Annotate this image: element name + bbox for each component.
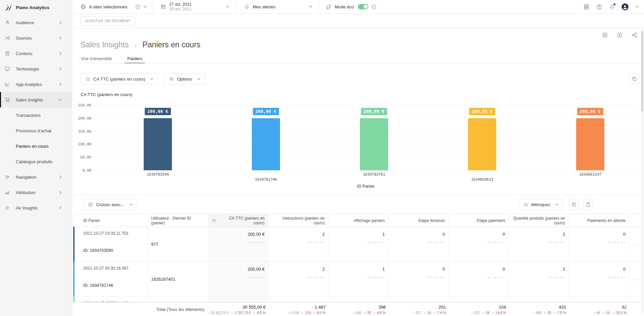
add-segment-button[interactable]: AJOUTER UN SEGMENT [81, 16, 135, 26]
alerts-selector[interactable]: Mes alertes [236, 0, 318, 14]
dash [551, 277, 552, 278]
sidebar-item-app-analytics[interactable]: App Analytics [0, 77, 72, 92]
table-copy-button[interactable] [569, 199, 579, 210]
sidebar-item-label: Navigation [16, 175, 36, 180]
options-dropdown[interactable]: Options [164, 73, 205, 85]
dot [428, 242, 429, 243]
eco-mode-toggle[interactable] [358, 4, 368, 9]
bar-1634850613[interactable] [468, 118, 496, 170]
dash [431, 277, 432, 278]
column-header-paiements-en-attente[interactable]: Paiements en attente [569, 214, 629, 227]
column-header-ca-ttc-paniers-en-cours[interactable]: CA TTC (paniers en cours) [209, 214, 268, 227]
sidebar-item-audience[interactable]: Audience [0, 15, 72, 30]
document-icon [5, 51, 10, 56]
monitor-icon [5, 66, 10, 72]
cell-metric: 1 [328, 227, 388, 262]
column-header-etape-paiement[interactable]: Etape paiement [449, 214, 509, 227]
breadcrumb: Sales Insights › Paniers en cours [81, 40, 200, 49]
dash [431, 242, 432, 243]
column-header-id-panier[interactable]: ID Panier [73, 214, 148, 227]
scrollbar-thumb[interactable] [641, 31, 643, 111]
total-comparison: 466-35-7,5 % [509, 311, 566, 315]
gridline [94, 170, 638, 171]
row-menu-ellipsis[interactable]: ··· [629, 227, 641, 262]
breadcrumb-section[interactable]: Sales Insights [81, 40, 129, 49]
column-header-quantit-produits-paniers-en-cours[interactable]: Quantité produits (paniers en cours) [509, 214, 569, 227]
sidebar-item-processus-d-achat[interactable]: Processus d'achat [0, 123, 72, 138]
person-icon [5, 20, 10, 25]
bar-1634781746[interactable] [252, 118, 280, 170]
masked-compare-placeholder [212, 277, 265, 278]
dash [491, 277, 492, 278]
table-export-button[interactable] [583, 199, 593, 210]
comparison-marker [471, 312, 473, 314]
dot [434, 277, 435, 278]
metrics-dropdown[interactable]: Métriques [518, 199, 563, 210]
sidebar-item-contenu[interactable]: Contenu [0, 46, 72, 61]
help-icon[interactable] [596, 4, 602, 10]
masked-compare-placeholder [512, 242, 565, 243]
sidebar-item-navigation[interactable]: Navigation [0, 169, 72, 185]
table-row[interactable]: 2021-10-27 00:30:16.067ID: 1634781746163… [73, 262, 641, 297]
cell-metric: 2 [268, 262, 328, 297]
bar-1634783761[interactable] [360, 118, 388, 170]
bar-1634703590[interactable] [144, 118, 172, 170]
topbar-right-icons [584, 3, 644, 10]
comparison-marker [374, 312, 375, 314]
bar-1634861597[interactable] [576, 118, 604, 170]
masked-compare-placeholder [332, 277, 385, 278]
sidebar-item-catalogue-produits[interactable]: Catalogue produits [0, 154, 72, 169]
cell-value: 1 [382, 267, 385, 272]
main-content: Sales Insights › Paniers en cours Vue d'… [72, 28, 644, 316]
app-logo[interactable]: Piano Analytics [0, 0, 72, 15]
chart-copy-button[interactable] [629, 73, 639, 84]
tab-vue-densemble[interactable]: Vue d'ensemble [78, 54, 114, 63]
sidebar-item-av-insights[interactable]: AV Insights [0, 200, 72, 216]
total-metric: 3248-16-33,3 % [569, 302, 629, 316]
vertical-scrollbar[interactable] [641, 30, 643, 315]
total-comparison: 122-18-14,8 % [449, 311, 506, 315]
table-row[interactable]: 2021-10-27 03:35:11.753ID: 1634703590977… [73, 227, 641, 262]
column-header-label: ID Panier [83, 218, 100, 223]
y-tick-label: 250,00 [74, 103, 91, 107]
column-header-etape-livraison[interactable]: Etape livraison [388, 214, 449, 227]
comparison-marker [413, 312, 415, 314]
export-document-icon[interactable] [617, 32, 623, 38]
column-header-utilisateur-dernier-id-panier[interactable]: Utilisateur - Dernier ID (panier) [148, 214, 209, 227]
total-metric: 396416-20-4,8 % [328, 302, 388, 316]
column-header-affichage-paniers[interactable]: Affichage paniers [328, 214, 388, 227]
date-range-selector[interactable]: 27 oct. 2021 20 oct. 2021 [153, 0, 235, 14]
notifications-bell-icon[interactable] [609, 4, 614, 9]
cell-metric: 2 [268, 227, 328, 262]
dot [621, 277, 623, 278]
cell-metric: 2 [509, 262, 569, 297]
cell-actions: ··· [629, 262, 641, 297]
total-value: 32 [569, 305, 627, 310]
sidebar-item-transactions[interactable]: Transactions [0, 107, 72, 123]
sidebar-item-sales-insights[interactable]: Sales Insights [0, 92, 72, 107]
metric-selector-dropdown[interactable]: CA TTC (paniers en cours) [81, 73, 158, 85]
masked-compare-placeholder [512, 277, 565, 278]
apps-grid-icon[interactable] [584, 4, 589, 10]
chevron-down-icon[interactable] [636, 6, 639, 8]
chevron-down-icon [226, 6, 229, 8]
info-icon[interactable] [135, 4, 140, 9]
sidebar-item-paniers-en-cours[interactable]: Paniers en cours [0, 138, 72, 154]
info-icon[interactable] [371, 4, 376, 9]
sidebar-item-technologie[interactable]: Technologie [0, 61, 72, 77]
cell-value: 0 [443, 232, 445, 237]
favorite-icon[interactable] [602, 32, 608, 38]
row-menu-ellipsis[interactable]: ··· [629, 262, 641, 297]
sidebar-item-attribution[interactable]: Attribution [0, 185, 72, 200]
share-icon[interactable] [632, 32, 637, 38]
user-avatar[interactable] [622, 3, 629, 10]
column-header-actions [629, 214, 641, 227]
cross-with-dropdown[interactable]: Croiser avec... [83, 199, 137, 210]
column-header-interactions-paniers-en-cours[interactable]: Interactions (paniers en cours) [268, 214, 328, 227]
sidebar-item-sources[interactable]: Sources [0, 30, 72, 46]
dash [618, 242, 619, 243]
chevron-down-icon [555, 204, 559, 206]
tab-paniers[interactable]: Paniers [125, 54, 145, 63]
site-selector[interactable]: 6 sites sélectionnés [72, 0, 153, 14]
dot [254, 277, 255, 278]
